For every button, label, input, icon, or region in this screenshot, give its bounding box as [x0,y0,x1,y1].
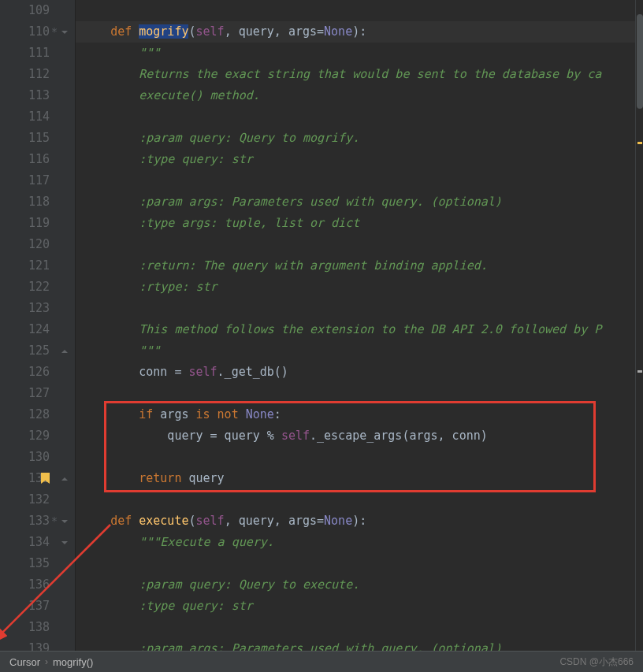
code-line[interactable]: def mogrify(self, query, args=None): [76,21,643,43]
fold-icon[interactable] [59,539,70,547]
editor[interactable]: 109 110*111 112 113 114 115 116 117 118 … [0,0,643,651]
code-line[interactable]: :return: The query with argument binding… [76,255,643,277]
code-line[interactable] [76,489,643,510]
code-token: ._escape_args(args, conn) [310,429,488,443]
code-line[interactable]: Returns the exact string that would be s… [76,64,643,85]
change-marker [50,149,59,170]
code-token: :type args: tuple, list or dict [82,216,359,230]
change-marker [50,617,59,638]
code-token: def [110,514,139,528]
line-number: 112 [18,64,50,85]
code-token: self [196,24,225,39]
code-line[interactable]: """ [76,43,643,64]
change-marker [50,85,59,106]
code-line[interactable]: :param query: Query to execute. [76,574,643,596]
line-number: 127 [18,383,50,404]
change-marker [50,213,59,234]
code-token: :param query: Query to execute. [82,577,359,592]
line-number: 115 [18,128,50,149]
code-line[interactable]: :param args: Parameters used with query.… [76,638,643,651]
line-number: 114 [18,106,50,128]
change-marker [50,64,59,85]
change-marker [50,383,59,404]
breadcrumb-parent[interactable]: Cursor [9,656,40,668]
line-number: 113 [18,85,50,106]
line-number: 134 [18,532,50,553]
breadcrumb[interactable]: Cursor › mogrify() [9,656,93,668]
code-line[interactable] [76,383,643,404]
change-marker [50,340,59,362]
change-marker [50,277,59,298]
line-number: 132 [18,489,50,510]
code-token: args [160,407,195,421]
fold-icon[interactable] [59,347,70,355]
change-marker [50,128,59,149]
line-number: 129 [18,425,50,447]
code-token: self [281,429,310,443]
code-line[interactable]: def execute(self, query, args=None): [76,510,643,532]
line-number: 120 [18,234,50,255]
code-token: """ [82,46,160,60]
line-number: 110 [18,21,50,43]
code-token: mogrify [139,24,188,39]
change-marker [50,362,59,383]
code-line[interactable]: :rtype: str [76,277,643,298]
code-token: :param query: Query to mogrify. [82,131,359,145]
code-line[interactable]: """ [76,340,643,362]
code-token: :type query: str [82,152,253,166]
code-area[interactable]: def mogrify(self, query, args=None): """… [76,0,643,651]
line-number: 123 [18,298,50,319]
code-line[interactable] [76,234,643,255]
code-line[interactable] [76,0,643,21]
code-token: query [188,471,224,485]
line-number: 128 [18,404,50,425]
fold-icon[interactable] [59,475,70,483]
line-number: 126 [18,362,50,383]
code-token: ( [188,24,195,39]
fold-icon[interactable] [59,28,70,36]
code-line[interactable] [76,106,643,128]
code-line[interactable]: :type query: str [76,596,643,617]
code-line[interactable] [76,170,643,191]
line-number: 139 [18,638,50,651]
code-line[interactable]: """Execute a query. [76,532,643,553]
code-line[interactable]: execute() method. [76,85,643,106]
code-token: """ [82,343,160,358]
scrollbar[interactable] [635,0,643,651]
code-line[interactable] [76,298,643,319]
code-token: None [324,24,352,39]
code-token: , query, args= [225,514,324,528]
code-line[interactable]: :type query: str [76,149,643,170]
change-marker [50,319,59,340]
code-token: None [324,514,352,528]
change-marker [50,234,59,255]
code-line[interactable]: :param args: Parameters used with query.… [76,191,643,213]
change-marker [50,468,59,489]
code-line[interactable] [76,617,643,638]
code-line[interactable]: if args is not None: [76,404,643,425]
code-line[interactable]: return query [76,468,643,489]
code-token: :rtype: str [82,280,217,294]
code-line[interactable]: :type args: tuple, list or dict [76,213,643,234]
breadcrumb-current[interactable]: mogrify() [53,656,93,668]
code-line[interactable] [76,447,643,468]
change-marker [50,106,59,128]
code-token: ._get_db() [217,365,288,379]
change-marker [50,574,59,596]
code-token: self [188,365,217,379]
code-token: query = query % [82,429,281,443]
code-token: ): [352,24,366,39]
change-marker [50,532,59,553]
code-token: None [246,407,274,421]
code-token: execute() method. [82,88,260,102]
code-line[interactable]: conn = self._get_db() [76,362,643,383]
code-token: ): [352,514,366,528]
line-number: 121 [18,255,50,277]
code-line[interactable] [76,553,643,574]
scroll-thumb[interactable] [637,14,643,109]
code-line[interactable]: query = query % self._escape_args(args, … [76,425,643,447]
line-number: 119 [18,213,50,234]
code-line[interactable]: :param query: Query to mogrify. [76,128,643,149]
fold-icon[interactable] [59,518,70,525]
code-line[interactable]: This method follows the extension to the… [76,319,643,340]
